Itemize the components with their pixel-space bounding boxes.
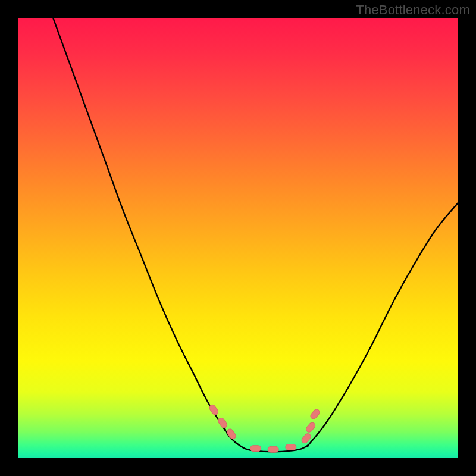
bottleneck-curve	[53, 18, 458, 452]
highlight-marker	[226, 428, 237, 440]
curve-layer	[18, 18, 458, 458]
highlight-marker	[286, 444, 296, 450]
highlight-marker	[309, 408, 321, 420]
highlight-marker	[268, 446, 278, 452]
highlight-marker	[250, 446, 261, 452]
highlight-markers	[208, 403, 321, 452]
highlight-marker	[217, 417, 228, 429]
highlight-marker	[305, 421, 316, 433]
plot-area	[18, 18, 458, 458]
watermark-text: TheBottleneck.com	[356, 2, 470, 18]
chart-frame: TheBottleneck.com	[0, 0, 476, 476]
